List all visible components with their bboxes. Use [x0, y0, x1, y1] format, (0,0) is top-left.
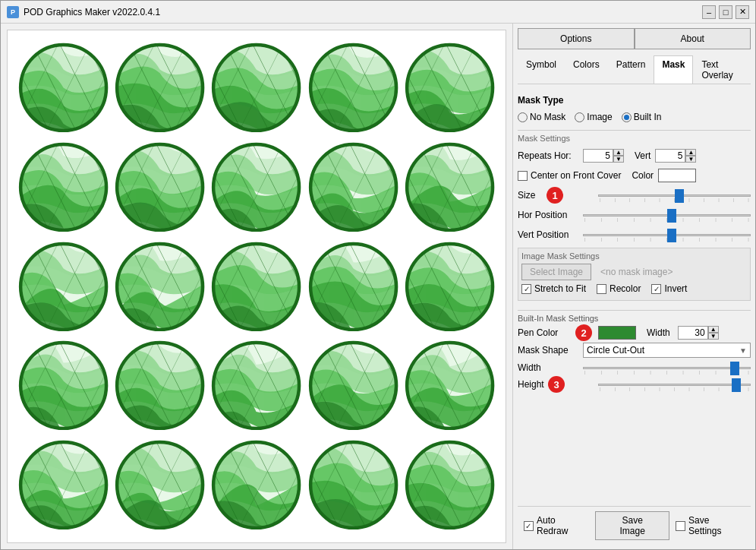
mask-shape-value: Circle Cut-Out — [587, 345, 644, 356]
circle-cell — [112, 38, 208, 138]
vert-slider-track — [583, 234, 751, 236]
size-slider-container: ||||||||||| — [598, 188, 751, 202]
mask-shape-dropdown[interactable]: Circle Cut-Out ▼ — [583, 343, 751, 358]
circle-cell — [208, 138, 304, 237]
about-button[interactable]: About — [635, 28, 751, 49]
pen-width-input[interactable] — [678, 326, 708, 340]
circle-cell — [402, 336, 498, 435]
vert-spinbox: ▲ ▼ — [655, 149, 696, 163]
select-image-button[interactable]: Select Image — [521, 264, 591, 280]
auto-redraw-item[interactable]: Auto Redraw — [524, 515, 589, 536]
vert-label: Vert — [635, 150, 650, 161]
stretch-checkbox[interactable] — [521, 284, 531, 294]
dropdown-arrow-icon: ▼ — [739, 346, 747, 355]
color-picker[interactable] — [658, 169, 696, 182]
circle-cell — [208, 336, 304, 435]
built-in-height-slider-container: ||||||||||| — [598, 378, 751, 391]
hor-position-label: Hor Position — [518, 210, 578, 220]
repeats-hor-spinbox: ▲ ▼ — [583, 149, 624, 163]
radio-built-in-label: Built In — [634, 112, 662, 122]
badge-2: 2 — [575, 324, 592, 341]
save-settings-label: Save Settings — [688, 515, 745, 536]
tab-text-overlay[interactable]: Text Overlay — [693, 55, 751, 84]
radio-no-mask[interactable]: No Mask — [518, 112, 565, 122]
save-settings-item[interactable]: Save Settings — [676, 515, 745, 536]
center-checkbox[interactable] — [518, 171, 528, 181]
center-label: Center on Front Cover — [531, 170, 621, 181]
built-in-width-thumb[interactable] — [730, 362, 739, 375]
vert-down[interactable]: ▼ — [685, 156, 696, 163]
built-in-width-slider-container: ||||||||||| — [583, 361, 751, 375]
size-slider-track — [598, 194, 751, 197]
close-button[interactable]: ✕ — [736, 5, 749, 19]
badge-1: 1 — [547, 187, 563, 204]
repeats-hor-btns: ▲ ▼ — [613, 149, 624, 163]
vert-slider-thumb[interactable] — [667, 229, 676, 242]
built-in-height-ticks: ||||||||||| — [598, 387, 751, 391]
radio-built-in[interactable]: Built In — [622, 112, 662, 122]
auto-redraw-label: Auto Redraw — [537, 515, 589, 536]
canvas-area: // We'll generate circles via JS after r… — [7, 30, 506, 543]
built-in-height-row: Height 3 ||||||||||| — [518, 378, 751, 391]
pen-color-picker[interactable] — [598, 326, 636, 340]
spacer — [518, 397, 751, 503]
size-slider-thumb[interactable] — [675, 189, 684, 203]
radio-no-mask-circle — [518, 112, 528, 122]
image-options-row: Stretch to Fit Recolor Invert — [521, 283, 747, 294]
window-title: POD Graphics Maker v2022.0.4.1 — [24, 7, 160, 17]
radio-image[interactable]: Image — [575, 112, 612, 122]
hor-slider-track — [583, 214, 751, 217]
invert-checkbox-item[interactable]: Invert — [651, 283, 687, 294]
vert-input[interactable] — [655, 149, 685, 163]
minimize-button[interactable]: – — [702, 5, 716, 19]
repeats-hor-up[interactable]: ▲ — [613, 149, 624, 156]
title-bar-left: P POD Graphics Maker v2022.0.4.1 — [7, 6, 160, 18]
right-panel: Options About Symbol Colors Pattern Mask… — [512, 24, 755, 549]
title-bar-controls: – □ ✕ — [702, 5, 749, 19]
circle-cell — [15, 435, 112, 535]
save-image-button[interactable]: Save Image — [595, 511, 669, 540]
recolor-checkbox-item[interactable]: Recolor — [597, 283, 641, 294]
circle-cell — [15, 38, 112, 138]
size-row: Size 1 ||||||||||| — [518, 188, 751, 202]
stretch-checkbox-item[interactable]: Stretch to Fit — [521, 283, 586, 294]
recolor-label: Recolor — [610, 283, 641, 294]
tab-pattern[interactable]: Pattern — [608, 55, 654, 84]
recolor-checkbox[interactable] — [597, 284, 606, 294]
repeats-hor-down[interactable]: ▼ — [613, 156, 624, 163]
built-in-section: Built-In Mask Settings Pen Color 2 Width… — [518, 310, 751, 394]
tab-row: Symbol Colors Pattern Mask Text Overlay — [518, 55, 751, 84]
circle-cell — [305, 138, 402, 237]
vert-position-row: Vert Position ||||||||||| — [518, 228, 751, 242]
options-button[interactable]: Options — [518, 28, 635, 49]
main-window: P POD Graphics Maker v2022.0.4.1 – □ ✕ /… — [0, 0, 756, 550]
circle-cell — [112, 336, 208, 435]
repeats-hor-input[interactable] — [583, 149, 613, 163]
main-content: // We'll generate circles via JS after r… — [1, 24, 755, 549]
stretch-label: Stretch to Fit — [534, 283, 586, 294]
mask-shape-label: Mask Shape — [518, 345, 578, 356]
tab-mask[interactable]: Mask — [654, 55, 693, 84]
built-in-height-thumb[interactable] — [732, 378, 741, 392]
pen-color-row: Pen Color 2 Width ▲ ▼ — [518, 326, 751, 340]
built-in-header: Built-In Mask Settings — [518, 310, 751, 323]
circle-cell — [112, 138, 208, 237]
vert-up[interactable]: ▲ — [685, 149, 696, 156]
auto-redraw-checkbox[interactable] — [524, 521, 534, 531]
invert-label: Invert — [664, 283, 687, 294]
hor-slider-container: ||||||||||| — [583, 208, 751, 222]
center-checkbox-item[interactable]: Center on Front Cover — [518, 170, 621, 181]
tab-colors[interactable]: Colors — [565, 55, 608, 84]
bottom-bar: Auto Redraw Save Image Save Settings — [518, 506, 751, 545]
radio-built-in-circle — [622, 112, 632, 122]
save-settings-checkbox[interactable] — [676, 521, 685, 531]
pen-width-up[interactable]: ▲ — [708, 326, 719, 333]
circle-cell — [112, 237, 208, 337]
circle-cell — [15, 336, 112, 435]
invert-checkbox[interactable] — [651, 284, 661, 294]
tab-symbol[interactable]: Symbol — [518, 55, 565, 84]
hor-slider-thumb[interactable] — [667, 209, 676, 223]
circle-cell — [15, 237, 112, 337]
maximize-button[interactable]: □ — [719, 5, 732, 19]
pen-width-down[interactable]: ▼ — [708, 333, 719, 340]
